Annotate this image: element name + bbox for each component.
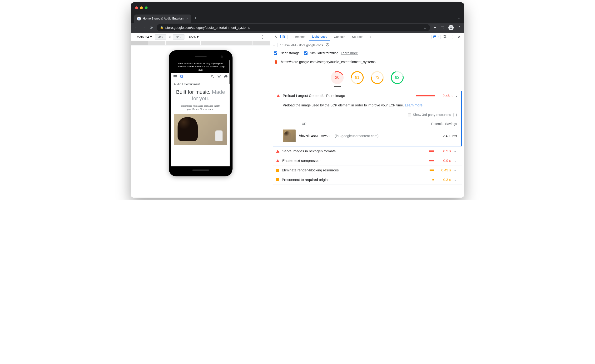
lighthouse-icon	[274, 59, 278, 64]
devtools-tabstrip: Elements Lighthouse Console Sources » 2 …	[270, 33, 464, 41]
col-url: URL	[283, 122, 431, 126]
audit-header[interactable]: Preload Largest Contentful Paint image 2…	[273, 91, 461, 100]
chevron-down-icon: ⌄	[454, 178, 456, 181]
forward-button[interactable]: →	[141, 25, 146, 30]
metric-bar	[432, 179, 434, 180]
devtools-menu-icon[interactable]: ⋮	[449, 35, 455, 39]
performance-gauge[interactable]: 20	[331, 71, 344, 84]
learn-more-link[interactable]: Learn more	[405, 103, 422, 107]
clear-storage-checkbox[interactable]	[274, 51, 277, 55]
new-tab-button[interactable]: +	[194, 16, 197, 21]
browser-tab[interactable]: G Home Stereo & Audio Entertain ×	[134, 14, 191, 23]
device-preview-pane: Moto G4 ▼ × 65% ▼ ⋮	[131, 33, 270, 198]
audit-next-gen-formats[interactable]: Serve images in next-gen formats 0.9 s ⌄	[273, 146, 462, 156]
simulated-throttling-label: Simulated throttling	[310, 51, 339, 55]
tab-sources[interactable]: Sources	[349, 33, 366, 41]
report-select[interactable]: 1:01:49 AM - store.google.cor ▾	[280, 43, 323, 47]
close-devtools-button[interactable]: ✕	[456, 35, 462, 39]
audit-description: Preload the image used by the LCP elemen…	[273, 100, 461, 111]
browser-menu-icon[interactable]: ⋮	[457, 25, 461, 30]
google-logo[interactable]: G	[180, 74, 183, 79]
tab-title: Home Stereo & Audio Entertain	[143, 17, 184, 20]
best-practices-gauge[interactable]: 73	[371, 71, 384, 84]
window-controls	[135, 7, 148, 9]
preview-stage: There's still time. Get free two-day shi…	[131, 45, 270, 198]
chevron-down-icon: ⌄	[454, 159, 456, 162]
metric-bar	[430, 170, 434, 171]
maximize-window-button[interactable]	[145, 7, 148, 9]
back-button[interactable]: ←	[134, 25, 138, 30]
settings-icon[interactable]	[442, 35, 448, 39]
tab-elements[interactable]: Elements	[290, 33, 308, 41]
audit-value: 0.3 s	[437, 178, 451, 182]
inspect-icon[interactable]	[272, 35, 278, 39]
account-icon[interactable]	[224, 75, 228, 79]
svg-point-0	[443, 28, 444, 28]
extensions-icon[interactable]: ✦	[433, 25, 437, 30]
device-toggle-icon[interactable]	[279, 35, 286, 39]
show-third-party-label: Show 3rd-party resources	[413, 113, 451, 117]
tab-lighthouse[interactable]: Lighthouse	[309, 33, 330, 41]
device-select[interactable]: Moto G4 ▼	[137, 35, 153, 39]
svg-rect-6	[275, 61, 277, 64]
search-icon[interactable]	[211, 75, 214, 79]
width-input[interactable]	[155, 34, 166, 40]
audit-title: Serve images in next-gen formats	[282, 149, 336, 153]
device-toolbar: Moto G4 ▼ × 65% ▼ ⋮	[131, 33, 270, 41]
audit-value: 0.9 s	[437, 149, 451, 153]
seo-gauge[interactable]: 92	[391, 71, 404, 84]
audit-preconnect[interactable]: Preconnect to required origins 0.3 s ⌄	[273, 175, 462, 185]
height-input[interactable]	[173, 34, 184, 40]
chevron-down-icon: ⌄	[454, 149, 456, 153]
reading-list-icon[interactable]	[440, 25, 445, 30]
tab-console[interactable]: Console	[331, 33, 348, 41]
tab-overflow[interactable]: »	[367, 33, 374, 41]
audit-render-blocking[interactable]: Eliminate render-blocking resources 0.49…	[273, 165, 462, 175]
reload-button[interactable]: ⟳	[149, 25, 153, 30]
svg-line-5	[326, 43, 328, 46]
clear-icon[interactable]	[326, 43, 329, 47]
minimize-window-button[interactable]	[140, 7, 143, 9]
tab-strip: G Home Stereo & Audio Entertain × + ⌄	[131, 13, 464, 23]
category-label: Audio Entertainment	[174, 83, 227, 86]
svg-rect-7	[276, 60, 276, 61]
devtools-pane: Elements Lighthouse Console Sources » 2 …	[270, 33, 464, 198]
cart-icon[interactable]	[217, 75, 221, 79]
profile-avatar-icon[interactable]	[448, 25, 454, 30]
device-toolbar-menu[interactable]: ⋮	[261, 35, 264, 39]
resource-savings: 2,430 ms	[443, 134, 457, 138]
device-name: Moto G4	[137, 35, 149, 39]
scrollbar[interactable]	[229, 60, 230, 166]
report-menu-icon[interactable]: ⋮	[457, 60, 461, 64]
third-party-count: (1)	[453, 113, 457, 117]
url-input[interactable]: 🔒 store.google.com/category/audio_entert…	[157, 24, 430, 31]
table-header: URL Potential Savings	[273, 120, 461, 128]
ruler	[131, 41, 270, 45]
simulated-throttling-checkbox[interactable]	[304, 51, 307, 55]
hamburger-icon[interactable]	[174, 75, 177, 78]
resource-path: /rbNNiE4oM…=w680	[299, 134, 332, 138]
content-area: Moto G4 ▼ × 65% ▼ ⋮	[131, 33, 464, 198]
learn-more-link[interactable]: Learn more	[341, 51, 358, 55]
audit-value: 0.49 s	[437, 168, 451, 172]
close-window-button[interactable]	[135, 7, 138, 9]
audit-text-compression[interactable]: Enable text compression 0.9 s ⌄	[273, 156, 462, 165]
phone-home-area	[171, 166, 230, 174]
lock-icon: 🔒	[160, 26, 163, 29]
mobile-content: Audio Entertainment Built for music. Mad…	[171, 80, 230, 147]
accessibility-gauge[interactable]: 81	[351, 71, 364, 84]
promo-banner: There's still time. Get free two-day shi…	[171, 60, 230, 73]
favicon-icon: G	[137, 17, 141, 21]
subheadline: Get started with audio packages that fit…	[174, 104, 227, 111]
show-third-party-checkbox[interactable]	[408, 113, 411, 116]
phone-screen[interactable]: There's still time. Get free two-day shi…	[171, 60, 230, 166]
bookmark-star-icon[interactable]: ☆	[424, 26, 427, 29]
lighthouse-toolbar: + 1:01:49 AM - store.google.cor ▾	[270, 41, 464, 49]
chevron-down-icon[interactable]: ⌄	[458, 16, 461, 20]
issues-badge[interactable]: 2	[432, 35, 441, 39]
phone-frame: There's still time. Get free two-day shi…	[169, 50, 233, 176]
toolbar-right: ✦ ⋮	[433, 25, 461, 30]
new-report-button[interactable]: +	[273, 43, 275, 48]
zoom-select[interactable]: 65% ▼	[189, 35, 199, 39]
close-tab-button[interactable]: ×	[186, 17, 189, 21]
